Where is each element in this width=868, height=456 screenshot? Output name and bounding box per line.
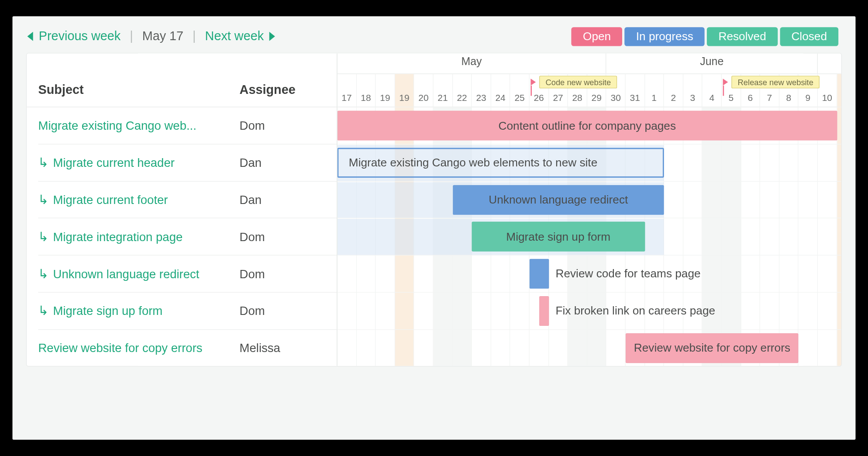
task-subject-link[interactable]: ↳Migrate current header [38,156,239,169]
gantt-bar-label: Content outline for company pages [499,119,676,132]
task-assignee: Dan [240,156,325,169]
separator: | [193,29,196,44]
gantt-chart: Subject Assignee Migrate existing Cango … [26,53,842,366]
task-row: ↳Migrate current headerDan [27,144,337,181]
status-legend: Open In progress Resolved Closed [569,27,839,46]
task-row: ↳Migrate sign up formDom [27,293,337,330]
task-subject-link[interactable]: ↳Unknown language redirect [38,267,239,281]
task-row: Migrate existing Cango web...Dom [27,107,337,145]
column-header-assignee: Assignee [240,83,325,97]
previous-week-link[interactable]: Previous week [28,29,121,44]
timeline-bars: Content outline for company pagesMigrate… [338,107,841,366]
day-label: 11 [837,74,842,107]
day-label: 18 [357,74,376,107]
flag-icon [530,79,536,86]
chevron-left-icon [28,32,33,41]
task-row: Review website for copy errorsMelissa [27,330,337,366]
toolbar: Previous week | May 17 | Next week Open … [26,27,842,53]
gantt-bar-label: Review code for teams page [555,267,700,280]
task-subject-link[interactable]: ↳Migrate sign up form [38,304,239,318]
task-subject-text: Migrate integration page [53,230,183,244]
next-week-link[interactable]: Next week [205,29,276,44]
separator: | [130,29,133,44]
gantt-bar[interactable]: Fix broken link on careers page [539,296,549,326]
gantt-bar-label: Fix broken link on careers page [555,304,715,317]
gantt-bar[interactable]: Review website for copy errors [626,333,799,363]
column-header-subject: Subject [38,83,239,97]
timeline[interactable]: MayJune 17181919202122232425262728293031… [338,53,841,366]
task-assignee: Dom [240,267,325,281]
task-list: Subject Assignee Migrate existing Cango … [27,53,337,366]
day-label: 3 [683,74,703,107]
gantt-bar[interactable]: Review code for teams page [530,259,549,289]
next-week-label: Next week [205,29,264,44]
gantt-bar-label: Unknown language redirect [489,193,628,206]
month-label: May [338,53,606,73]
task-list-header: Subject Assignee [27,53,337,107]
task-assignee: Dom [240,304,325,318]
task-subject-text: Migrate existing Cango web... [38,119,196,132]
day-label: 31 [626,74,645,107]
task-subject-text: Migrate current footer [53,193,168,207]
day-label: 25 [510,74,530,107]
milestone-label: Code new website [539,76,617,89]
month-label: June [606,53,818,73]
task-row: ↳Migrate current footerDan [27,181,337,218]
task-subject-link[interactable]: Migrate existing Cango web... [38,119,239,132]
day-label: 21 [434,74,453,107]
milestone[interactable]: Code new website [530,76,617,89]
task-subject-text: Migrate current header [53,156,175,169]
legend-in-progress[interactable]: In progress [625,27,705,46]
milestone-label: Release new website [731,76,820,89]
task-row: ↳Unknown language redirectDom [27,256,337,293]
day-label: 10 [818,74,837,107]
task-assignee: Dan [240,193,325,207]
day-label: 23 [472,74,491,107]
day-label: 2 [664,74,683,107]
chevron-right-icon [269,32,275,41]
previous-week-label: Previous week [39,29,121,44]
task-subject-link[interactable]: ↳Migrate integration page [38,230,239,244]
task-assignee: Dom [240,230,325,244]
task-subject-link[interactable]: Review website for copy errors [38,342,239,355]
gantt-bar-label: Migrate existing Cango web elements to n… [349,156,597,169]
legend-closed[interactable]: Closed [780,27,838,46]
task-subject-text: Review website for copy errors [38,342,202,355]
month-header: MayJune [338,53,841,74]
subtask-arrow-icon: ↳ [38,156,48,169]
gantt-bar[interactable]: Content outline for company pages [338,111,837,140]
day-label: 24 [491,74,510,107]
day-label: 22 [453,74,472,107]
day-label: 1 [645,74,664,107]
gantt-bar[interactable]: Migrate sign up form [472,222,645,252]
week-navigation: Previous week | May 17 | Next week [28,29,276,44]
task-assignee: Dom [240,119,325,132]
subtask-arrow-icon: ↳ [38,268,48,280]
task-subject-text: Migrate sign up form [53,304,163,318]
subtask-arrow-icon: ↳ [38,193,48,206]
day-label: 20 [414,74,434,107]
day-label: 19 [376,74,395,107]
subtask-arrow-icon: ↳ [38,231,48,243]
current-week-label: May 17 [142,29,184,44]
legend-resolved[interactable]: Resolved [707,27,778,46]
gantt-bar[interactable]: Migrate existing Cango web elements to n… [338,148,664,177]
task-subject-link[interactable]: ↳Migrate current footer [38,193,239,207]
flag-icon [723,79,728,86]
task-assignee: Melissa [240,342,325,355]
day-label: 19 [395,74,414,107]
task-subject-text: Unknown language redirect [53,267,200,281]
gantt-bar[interactable]: Unknown language redirect [453,185,664,214]
gantt-bar-label: Review website for copy errors [634,342,790,355]
gantt-bar-label: Migrate sign up form [506,230,610,243]
gantt-panel: Previous week | May 17 | Next week Open … [13,16,856,439]
task-row: ↳Migrate integration pageDom [27,218,337,256]
day-label: 4 [703,74,722,107]
milestone[interactable]: Release new website [723,76,820,89]
subtask-arrow-icon: ↳ [38,305,48,318]
day-header: 1718191920212223242526272829303112345678… [338,74,841,107]
day-label: 17 [338,74,357,107]
legend-open[interactable]: Open [572,27,623,46]
